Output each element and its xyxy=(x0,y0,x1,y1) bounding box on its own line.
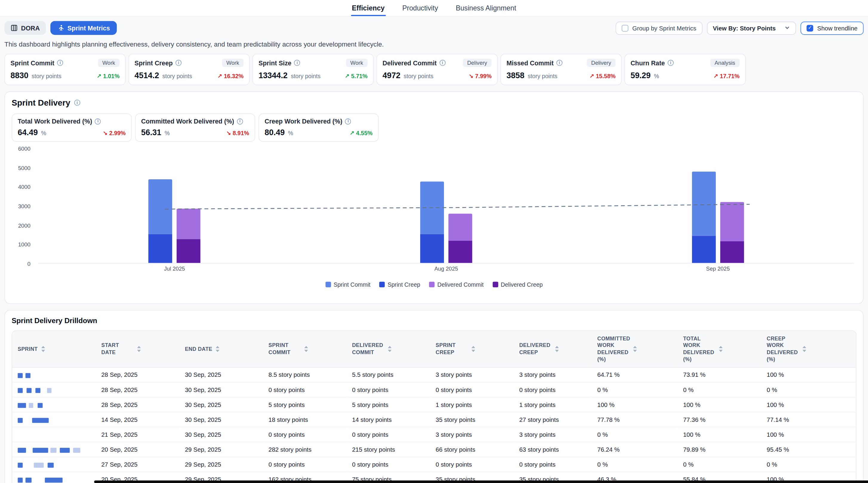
column-header-total-work-delivered[interactable]: TOTAL WORK DELIVERED (%) xyxy=(678,331,761,367)
info-icon[interactable]: i xyxy=(237,118,243,124)
redacted-block xyxy=(26,403,29,408)
info-icon[interactable]: i xyxy=(345,118,351,124)
cell-committed-work-delivered: 0 % xyxy=(592,383,678,397)
legend-item-sprint-commit[interactable]: Sprint Commit xyxy=(325,281,370,288)
legend-item-delivered-commit[interactable]: Delivered Commit xyxy=(429,281,484,288)
info-icon[interactable]: i xyxy=(74,100,80,106)
metric-card-title: Sprint Sizei xyxy=(258,59,300,66)
sprint-delivery-panel: Sprint Delivery i Total Work Delivered (… xyxy=(4,91,864,304)
redacted-block xyxy=(33,448,48,453)
column-header-sprint-commit[interactable]: SPRINT COMMIT xyxy=(263,331,346,367)
table-row[interactable]: 28 Sep, 202530 Sep, 20258.5 story points… xyxy=(12,367,856,383)
redacted-block xyxy=(27,388,32,393)
info-icon[interactable]: i xyxy=(57,60,63,66)
info-icon[interactable]: i xyxy=(95,118,101,124)
cell-creep-work-delivered: 100 % xyxy=(761,427,856,442)
table-row[interactable]: 14 Sep, 202530 Sep, 202518 story points1… xyxy=(12,412,856,427)
metric-card-value: 4514.2 story points xyxy=(134,71,192,79)
metric-card-churn-rate: Churn RateiAnalysis59.29 %↗ 17.71% xyxy=(624,54,746,85)
legend-swatch xyxy=(379,282,385,287)
column-header-delivered-commit[interactable]: DELIVERED COMMIT xyxy=(346,331,430,367)
sprint-name-cell xyxy=(12,457,96,472)
delivery-card-value: 56.31 % xyxy=(141,128,170,137)
delivery-card-title: Total Work Delivered (%)i xyxy=(18,118,101,124)
group-by-toggle[interactable]: Group by Sprint Metrics xyxy=(616,21,702,35)
column-header-delivered-creep[interactable]: DELIVERED CREEP xyxy=(514,331,592,367)
info-icon[interactable]: i xyxy=(668,60,674,66)
bar-delivered[interactable] xyxy=(177,208,200,263)
cell-start-date: 14 Sep, 2025 xyxy=(96,412,179,427)
view-by-select[interactable]: View By: Story Points xyxy=(707,21,796,35)
sprint-metrics-button[interactable]: Sprint Metrics xyxy=(51,21,117,35)
bar-delivered[interactable] xyxy=(720,202,744,263)
cell-end-date: 30 Sep, 2025 xyxy=(179,397,263,412)
delivery-card-unit: % xyxy=(286,129,293,136)
metric-card-title: Missed Commiti xyxy=(507,59,562,66)
info-icon[interactable]: i xyxy=(557,60,562,66)
cell-total-work-delivered: 73.91 % xyxy=(678,367,761,383)
legend-item-delivered-creep[interactable]: Delivered Creep xyxy=(492,281,543,288)
column-label: SPRINT xyxy=(18,346,38,353)
chart-y-axis: 0100020003000400050006000 xyxy=(12,148,34,263)
y-tick-label: 2000 xyxy=(12,222,30,228)
show-trendline-checkbox[interactable]: ✓ xyxy=(807,25,813,31)
bar-committed[interactable] xyxy=(149,179,173,263)
horizontal-scrollbar[interactable] xyxy=(94,480,868,483)
cell-committed-work-delivered: 64.71 % xyxy=(592,367,678,383)
column-label: COMMITTED WORK DELIVERED (%) xyxy=(597,335,629,363)
metric-card-unit: story points xyxy=(30,72,61,79)
drilldown-body: 28 Sep, 202530 Sep, 20258.5 story points… xyxy=(12,367,856,483)
bar-segment-sprint-creep xyxy=(692,236,716,263)
redacted-block xyxy=(60,448,69,453)
legend-item-sprint-creep[interactable]: Sprint Creep xyxy=(379,281,420,288)
redacted-block xyxy=(32,478,45,483)
info-icon[interactable]: i xyxy=(176,60,181,66)
tab-efficiency[interactable]: Efficiency xyxy=(351,0,386,16)
redacted-block xyxy=(70,448,73,453)
tab-productivity[interactable]: Productivity xyxy=(401,0,439,16)
table-row[interactable]: 27 Sep, 202529 Sep, 20250 story points0 … xyxy=(12,457,856,472)
main-tabs: EfficiencyProductivityBusiness Alignment xyxy=(351,0,518,16)
dora-label: DORA xyxy=(21,25,40,31)
redacted-block xyxy=(56,448,60,453)
metric-card-delivered-commit: Delivered CommitiDelivery4972 story poin… xyxy=(377,54,498,85)
dora-button[interactable]: DORA xyxy=(4,21,46,35)
cell-start-date: 21 Sep, 2025 xyxy=(96,427,179,442)
x-axis-label: Sep 2025 xyxy=(696,266,740,272)
column-header-start-date[interactable]: START DATE xyxy=(96,331,179,367)
sprint-delivery-heading: Sprint Delivery i xyxy=(12,98,856,114)
column-header-sprint[interactable]: SPRINT xyxy=(12,331,96,367)
cell-creep-work-delivered: 77.14 % xyxy=(761,412,856,427)
info-icon[interactable]: i xyxy=(294,60,300,66)
cell-delivered-commit: 5.5 story points xyxy=(346,367,430,383)
table-row[interactable]: 20 Sep, 202529 Sep, 2025282 story points… xyxy=(12,442,856,457)
metric-card-title-text: Delivered Commit xyxy=(382,59,437,66)
redacted-block xyxy=(33,403,38,408)
column-header-sprint-creep[interactable]: SPRINT CREEP xyxy=(430,331,514,367)
table-row[interactable]: 28 Sep, 202530 Sep, 20255 story points5 … xyxy=(12,397,856,412)
column-header-end-date[interactable]: END DATE xyxy=(179,331,263,367)
metric-card-sprint-size: Sprint SizeiWork13344.2 story points↗ 5.… xyxy=(252,54,374,85)
column-header-creep-work-delivered[interactable]: CREEP WORK DELIVERED (%) xyxy=(761,331,856,367)
table-row[interactable]: 21 Sep, 202530 Sep, 20250 story points0 … xyxy=(12,427,856,442)
cell-sprint-commit: 5 story points xyxy=(263,397,346,412)
tab-business-alignment[interactable]: Business Alignment xyxy=(455,0,518,16)
bar-delivered[interactable] xyxy=(448,213,472,263)
metric-card-title-text: Sprint Size xyxy=(258,59,291,66)
redacted-block xyxy=(23,388,27,393)
table-row[interactable]: 28 Sep, 202530 Sep, 20250 story points0 … xyxy=(12,383,856,397)
show-trendline-toggle[interactable]: ✓ Show trendline xyxy=(801,21,864,35)
cell-creep-work-delivered: 100 % xyxy=(761,367,856,383)
info-icon[interactable]: i xyxy=(439,60,445,66)
bar-committed[interactable] xyxy=(420,182,444,263)
bar-committed[interactable] xyxy=(692,172,716,263)
metric-card-unit: story points xyxy=(526,72,557,79)
cell-committed-work-delivered: 77.78 % xyxy=(592,412,678,427)
column-header-committed-work-delivered[interactable]: COMMITTED WORK DELIVERED (%) xyxy=(592,331,678,367)
y-tick-label: 6000 xyxy=(12,146,30,152)
cell-creep-work-delivered: 0 % xyxy=(761,457,856,472)
redacted-block xyxy=(18,373,23,378)
group-by-checkbox[interactable] xyxy=(622,25,628,31)
metric-card-title: Delivered Commiti xyxy=(382,59,445,66)
metric-card-title-text: Churn Rate xyxy=(630,59,665,66)
